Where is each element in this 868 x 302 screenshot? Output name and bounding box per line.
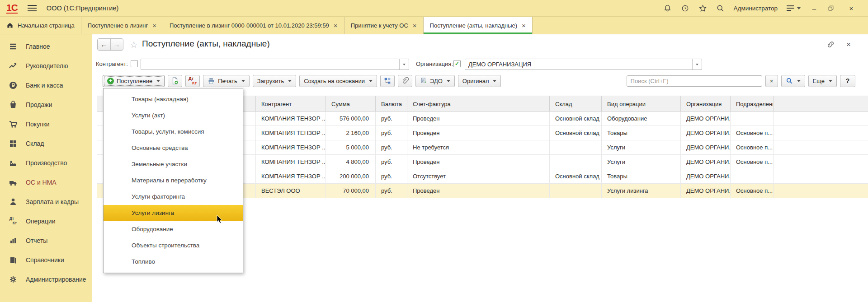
1c-logo: 1С [6,3,18,14]
chevron-down-icon [369,80,373,82]
col-counterparty[interactable]: Контрагент [255,96,326,112]
printer-icon [208,77,215,85]
chevron-down-icon [797,7,801,9]
truck-icon [8,177,18,187]
organization-value: ДЕМО ОРГАНИЗАЦИЯ [465,61,692,68]
menu-item-uslugi-akt[interactable]: Услуги (акт) [104,107,243,124]
close-form-icon[interactable]: × [846,40,851,49]
close-icon[interactable]: × [413,22,417,29]
tab-label: Поступление в лизинг [88,22,148,29]
menu-item-osnovnye-sredstva[interactable]: Основные средства [104,140,243,156]
minimize-button[interactable]: – [809,5,819,12]
col-currency[interactable]: Валюта [375,96,407,112]
chevron-down-icon[interactable] [399,59,409,70]
sidebar-item-rukovoditelyu[interactable]: Руководителю [0,56,92,75]
help-button[interactable]: ? [840,75,855,87]
chevron-down-icon [241,80,245,82]
tab-postuplenie-akty-nakladnye[interactable]: Поступление (акты, накладные) × [424,17,533,34]
user-menu-icon[interactable] [786,5,801,11]
grid-icon [8,139,18,149]
tab-prinyatie-k-uchetu-os[interactable]: Принятие к учету ОС × [344,17,424,34]
menu-item-tovary-uslugi-komissiya[interactable]: Товары, услуги, комиссия [104,124,243,140]
col-warehouse[interactable]: Склад [549,96,601,112]
create-based-on-button[interactable]: Создать на основании [299,75,377,87]
current-user[interactable]: Администратор [734,5,778,12]
col-amount[interactable]: Сумма [326,96,375,112]
sidebar-item-prodazhi[interactable]: Продажи [0,95,92,114]
clear-search-button[interactable]: × [765,75,778,87]
tab-home[interactable]: Начальная страница [0,17,81,34]
sidebar-item-glavnoe[interactable]: Главное [0,37,92,56]
menu-item-materialy-v-pererabotku[interactable]: Материалы в переработку [104,172,243,189]
tab-bar: Начальная страница Поступление в лизинг … [0,17,868,34]
search-input[interactable] [627,75,762,87]
sidebar-item-bank-i-kassa[interactable]: Банк и касса [0,75,92,95]
sidebar-item-administrirovanie[interactable]: Администрирование [0,269,92,289]
close-window-button[interactable]: × [846,5,856,12]
organization-combo[interactable]: ДЕМО ОРГАНИЗАЦИЯ [465,59,702,70]
chevron-down-icon[interactable] [692,59,702,70]
counterparty-combo[interactable] [141,59,409,70]
forward-button[interactable]: → [111,39,123,50]
main-content: ← → ☆ Поступление (акты, накладные) × Ко… [92,34,868,302]
tab-postuplenie-v-lizing[interactable]: Поступление в лизинг × [81,17,163,34]
chevron-down-icon [156,80,160,82]
create-receipt-button[interactable]: + Поступление [103,75,165,87]
menu-item-obekty-stroitelstva[interactable]: Объекты строительства [104,237,243,254]
copy-document-button[interactable] [168,75,182,87]
chevron-down-icon [493,80,496,82]
attachments-paperclip-button[interactable] [398,75,412,87]
sidebar-item-proizvodstvo[interactable]: Производство [0,153,92,172]
print-button[interactable]: Печать [203,75,250,87]
close-icon[interactable]: × [152,22,156,29]
page-title: Поступление (акты, накладные) [142,39,270,49]
filter-row: Контрагент: Организация: ✓ ДЕМО ОРГАНИЗА… [92,58,868,71]
notifications-bell-icon[interactable] [663,4,672,13]
col-filler [773,96,868,112]
main-menu-icon[interactable] [28,5,37,11]
sidebar-item-operacii[interactable]: ДтКт Операции [0,211,92,231]
close-icon[interactable]: × [334,22,338,29]
chevron-down-icon [797,80,801,82]
sidebar-item-pokupki[interactable]: Покупки [0,114,92,134]
tab-label: Поступление (акты, накладные) [430,22,517,29]
col-operation[interactable]: Вид операции [601,96,680,112]
receipt-type-menu: Товары (накладная) Услуги (акт) Товары, … [103,88,243,273]
sidebar-item-os-i-nma[interactable]: ОС и НМА [0,172,92,192]
close-icon[interactable]: × [522,22,526,29]
restore-button[interactable] [828,5,838,11]
load-button[interactable]: Загрузить [253,75,296,87]
menu-item-tovary-nakladnaya[interactable]: Товары (накладная) [104,91,243,107]
more-button[interactable]: Еще [808,75,837,87]
edo-button[interactable]: ЭДО [415,75,455,87]
counterparty-checkbox[interactable] [131,60,138,67]
tab-postuplenie-v-lizing-document[interactable]: Поступление в лизинг 0000-000001 от 10.0… [163,17,344,34]
original-button[interactable]: Оригинал [458,75,501,87]
col-department[interactable]: Подразделение [730,96,773,112]
show-postings-button[interactable]: ДтКт [185,75,200,87]
favorites-star-icon[interactable] [698,4,708,13]
global-search-icon[interactable] [716,4,725,13]
col-organization[interactable]: Организация [680,96,730,112]
cart-icon [8,119,18,129]
sidebar-item-spravochniki[interactable]: Справочники [0,250,92,269]
invoice-missing-status: Отсутствует [407,169,549,184]
sidebar-item-otchety[interactable]: Отчеты [0,231,92,250]
books-icon [8,255,18,265]
sidebar-item-sklad[interactable]: Склад [0,134,92,153]
col-invoice[interactable]: Счет-фактура [407,96,549,112]
related-documents-button[interactable] [380,75,395,87]
ruble-coin-icon [8,80,18,90]
history-icon[interactable] [681,4,690,13]
dt-kt-icon: ДтКт [8,216,18,226]
get-link-icon[interactable] [826,40,835,49]
search-button[interactable] [781,75,805,87]
menu-item-toplivo[interactable]: Топливо [104,254,243,270]
menu-item-zemelnye-uchastki[interactable]: Земельные участки [104,156,243,172]
back-button[interactable]: ← [98,39,111,50]
add-favorite-star-icon[interactable]: ☆ [130,39,138,50]
sidebar-item-zarplata-i-kadry[interactable]: Зарплата и кадры [0,192,92,211]
search-icon [786,77,793,84]
menu-item-uslugi-faktoringa[interactable]: Услуги факторинга [104,189,243,205]
organization-checkbox[interactable]: ✓ [453,60,461,67]
